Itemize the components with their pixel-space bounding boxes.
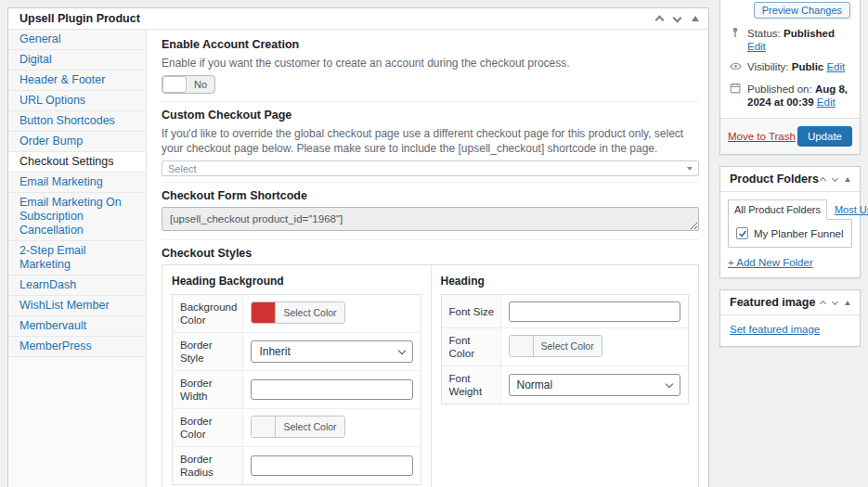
row-label: Font Color [441,328,500,366]
table-row: Font Weight Normal [441,366,689,404]
table-row: Border Style Inherit [173,333,421,371]
nav-item-digital[interactable]: Digital [8,50,146,70]
enable-account-creation-description: Enable if you want the customer to creat… [162,56,699,70]
list-item: My Planber Funnel [736,227,844,239]
color-swatch [510,336,534,356]
row-label: Border Radius [173,447,243,485]
published-on-row: Published on: Aug 8, 2024 at 00:39 Edit [720,79,860,112]
visibility-label: Visibility: [747,61,789,72]
nav-item-email-marketing-cancellation[interactable]: Email Marketing On Subscription Cancella… [8,193,146,241]
account-creation-toggle[interactable]: No [162,75,215,94]
settings-nav: General Digital Header & Footer URL Opti… [8,30,147,487]
set-featured-image-link[interactable]: Set featured image [730,324,820,335]
divider [162,101,699,102]
preview-changes-button[interactable]: Preview Changes [754,2,850,19]
nav-item-header-footer[interactable]: Header & Footer [8,70,146,91]
select-color-label: Select Color [534,336,602,356]
move-down-icon[interactable] [832,298,838,304]
dropdown-caret-icon [687,167,693,171]
background-color-picker-button[interactable]: Select Color [251,301,344,324]
border-style-select[interactable]: Inherit [251,340,412,363]
metabox-title: Upsell Plugin Product [19,12,140,25]
nav-item-2step-email-marketing[interactable]: 2-Step Email Marketing [8,241,146,276]
nav-item-membervault[interactable]: Membervault [8,316,146,337]
product-folders-box: Product Folders All Product Folders Most… [719,166,861,278]
edit-status-link[interactable]: Edit [747,41,766,52]
border-color-picker-button[interactable]: Select Color [251,416,344,438]
color-swatch [252,302,276,323]
checkout-page-select[interactable]: Select [162,160,699,176]
collapse-toggle-icon[interactable] [692,16,699,21]
enable-account-creation-heading: Enable Account Creation [162,37,699,52]
nav-item-order-bump[interactable]: Order Bump [8,132,146,152]
nav-item-memberpress[interactable]: MemberPress [8,337,146,357]
visibility-value: Public [792,61,824,72]
nav-item-button-shortcodes[interactable]: Button Shortcodes [8,111,146,132]
table-row: Background Color Select Color [173,295,421,333]
row-label: Font Size [441,295,500,328]
select-color-label: Select Color [276,302,343,323]
toggle-label: No [187,79,214,90]
status-label: Status: [747,28,781,39]
collapse-toggle-icon[interactable] [845,177,850,182]
toggle-knob [162,76,187,93]
publish-box: Preview Changes Status: Published Edit V… [719,0,861,155]
row-label: Border Style [173,333,243,371]
table-row: Border Width [173,371,421,409]
heading-title: Heading [441,275,690,288]
font-weight-value: Normal [517,378,553,391]
row-label: Font Weight [441,366,500,404]
checkout-form-shortcode-heading: Checkout Form Shortcode [162,188,699,203]
nav-item-checkout-settings[interactable]: Checkout Settings [8,152,146,173]
table-row: Border Color Select Color [173,409,421,447]
edit-visibility-link[interactable]: Edit [826,61,845,72]
move-up-icon[interactable] [655,16,665,25]
move-up-icon[interactable] [820,301,826,307]
chevron-down-icon [397,346,405,353]
nav-item-url-options[interactable]: URL Options [8,91,146,111]
folder-list: My Planber Funnel [728,219,852,248]
product-folders-title: Product Folders [730,173,819,186]
border-width-input[interactable] [251,379,412,400]
shortcode-textarea[interactable]: [upsell_checkout product_id="1968"] [162,207,699,231]
border-style-value: Inherit [259,345,290,358]
featured-image-box: Featured image Set featured image [719,289,861,347]
checkout-styles-box: Heading Background Background Color Sele… [162,264,699,487]
nav-item-wishlist-member[interactable]: WishList Member [8,296,146,316]
divider [162,182,699,183]
checkout-styles-heading: Checkout Styles [162,246,699,261]
font-weight-select[interactable]: Normal [509,374,681,396]
font-size-input[interactable] [509,301,681,322]
published-label: Published on: [747,83,812,95]
collapse-toggle-icon[interactable] [845,301,850,305]
calendar-icon [730,83,742,96]
custom-checkout-page-description: If you'd like to override the global che… [162,126,699,156]
folder-checkbox[interactable] [736,227,748,239]
status-value: Published [784,28,835,39]
move-down-icon[interactable] [673,13,682,22]
move-down-icon[interactable] [832,174,838,181]
chevron-down-icon [666,379,673,387]
nav-item-email-marketing[interactable]: Email Marketing [8,173,146,193]
nav-item-general[interactable]: General [8,30,146,50]
nav-item-learndash[interactable]: LearnDash [8,276,146,296]
pin-icon [730,27,742,41]
custom-checkout-page-heading: Custom Checkout Page [162,108,699,122]
border-radius-input[interactable] [251,455,412,476]
update-button[interactable]: Update [797,126,852,147]
row-label: Border Color [173,409,243,447]
move-up-icon[interactable] [820,177,826,184]
featured-image-title: Featured image [730,296,815,309]
divider [162,239,699,240]
row-label: Border Width [173,371,243,409]
font-color-picker-button[interactable]: Select Color [509,335,602,357]
add-new-folder-link[interactable]: + Add New Folder [728,257,813,268]
tab-most-used[interactable]: Most Used [835,204,868,215]
tab-all-product-folders[interactable]: All Product Folders [728,199,827,220]
visibility-row: Visibility: Public Edit [720,57,860,79]
checkout-page-select-value: Select [168,163,197,174]
move-to-trash-link[interactable]: Move to Trash [728,131,796,142]
edit-published-link[interactable]: Edit [817,96,836,108]
table-row: Border Radius [173,447,421,485]
status-row: Status: Published Edit [720,23,860,57]
